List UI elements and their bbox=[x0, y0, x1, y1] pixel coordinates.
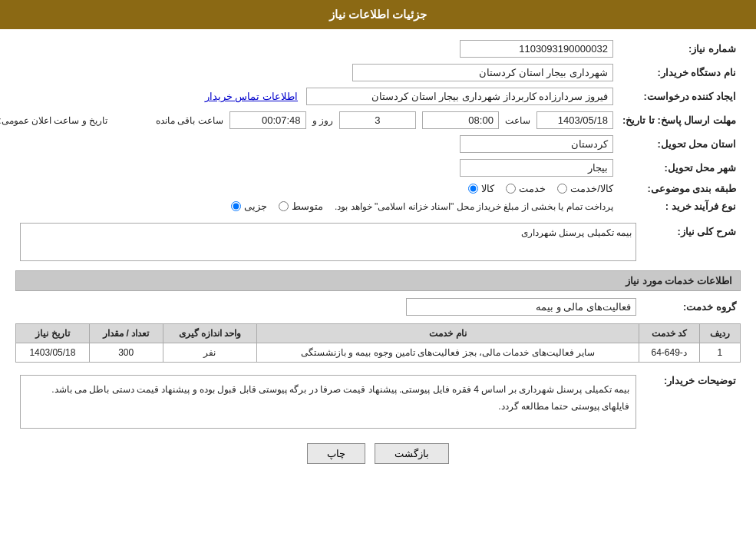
col-service-code: کد خدمت bbox=[639, 324, 699, 343]
deadline-cell: 1403/05/18 ساعت 08:00 3 روز و 00:07:48 س… bbox=[0, 108, 618, 132]
deadline-remaining-label: ساعت باقی مانده bbox=[156, 115, 223, 126]
general-desc-label: شرح کلی نیاز: bbox=[641, 220, 741, 264]
col-need-date: تاریخ نیاز bbox=[16, 324, 90, 343]
buyer-notes-label: توضیحات خریدار: bbox=[641, 369, 741, 432]
general-desc-table: شرح کلی نیاز: بیمه تکمیلی پرسنل شهرداری bbox=[15, 220, 741, 264]
service-group-label: گروه خدمت: bbox=[641, 295, 741, 319]
buyer-org-cell: شهرداری بیجار استان کردستان bbox=[0, 61, 618, 84]
delivery-province-label: استان محل تحویل: bbox=[618, 132, 741, 156]
table-row: 1 د-649-64 سایر فعالیت‌های خدمات مالی، ب… bbox=[16, 343, 741, 363]
contact-link[interactable]: اطلاعات تماس خریدار bbox=[205, 91, 298, 102]
category-option1-label: کالا bbox=[481, 183, 494, 194]
cell-need-date: 1403/05/18 bbox=[16, 343, 90, 363]
service-group-table: گروه خدمت: فعالیت‌های مالی و بیمه bbox=[15, 295, 741, 319]
delivery-city-value: بیجار bbox=[460, 159, 613, 177]
general-desc-cell: بیمه تکمیلی پرسنل شهرداری bbox=[15, 220, 641, 264]
deadline-date-value: 1403/05/18 bbox=[536, 111, 613, 129]
buyer-org-label: نام دستگاه خریدار: bbox=[618, 61, 741, 84]
requester-label: ایجاد کننده درخواست: bbox=[618, 84, 741, 108]
purchase-note: پرداخت تمام یا بخشی از مبلغ خریداز محل "… bbox=[335, 201, 613, 212]
col-row-num: ردیف bbox=[699, 324, 740, 343]
delivery-city-label: شهر محل تحویل: bbox=[618, 156, 741, 180]
cell-service-code: د-649-64 bbox=[639, 343, 699, 363]
purchase-option2-item[interactable]: متوسط bbox=[279, 200, 323, 212]
cell-row-num: 1 bbox=[699, 343, 740, 363]
need-number-cell: 1103093190000032 bbox=[0, 37, 618, 61]
category-option2-radio[interactable] bbox=[506, 184, 516, 194]
service-group-value: فعالیت‌های مالی و بیمه bbox=[406, 298, 636, 316]
purchase-type-label: نوع فرآیند خرید : bbox=[618, 197, 741, 215]
info-table: شماره نیاز: 1103093190000032 نام دستگاه … bbox=[0, 37, 741, 215]
service-group-cell: فعالیت‌های مالی و بیمه bbox=[15, 295, 641, 319]
purchase-option2-radio[interactable] bbox=[279, 201, 289, 211]
purchase-option1-label: جزیی bbox=[244, 200, 267, 212]
deadline-days-label: روز و bbox=[312, 115, 333, 126]
purchase-option2-label: متوسط bbox=[292, 200, 323, 212]
print-button[interactable]: چاپ bbox=[307, 443, 365, 464]
back-button[interactable]: بازگشت bbox=[375, 443, 449, 464]
deadline-remaining-value: 00:07:48 bbox=[229, 111, 306, 129]
category-label: طبقه بندی موضوعی: bbox=[618, 180, 741, 197]
cell-quantity: 300 bbox=[89, 343, 163, 363]
deadline-days-value: 3 bbox=[339, 111, 416, 129]
category-option3-item[interactable]: کالا/خدمت bbox=[557, 183, 613, 194]
col-service-name: نام خدمت bbox=[257, 324, 639, 343]
need-number-label: شماره نیاز: bbox=[618, 37, 741, 61]
category-option1-radio[interactable] bbox=[468, 184, 478, 194]
deadline-time-label: ساعت bbox=[505, 115, 530, 126]
cell-service-name: سایر فعالیت‌های خدمات مالی، بجز فعالیت‌ه… bbox=[257, 343, 639, 363]
col-quantity: تعداد / مقدار bbox=[89, 324, 163, 343]
category-option3-radio[interactable] bbox=[557, 184, 567, 194]
requester-value: فیروز سردارزاده کاربرداز شهرداری بیجار ا… bbox=[306, 88, 613, 105]
purchase-option1-radio[interactable] bbox=[231, 201, 241, 211]
page-header: جزئیات اطلاعات نیاز bbox=[0, 0, 756, 29]
purchase-type-cell: پرداخت تمام یا بخشی از مبلغ خریداز محل "… bbox=[0, 197, 618, 215]
deadline-label: مهلت ارسال پاسخ: تا تاریخ: bbox=[618, 108, 741, 132]
buyer-org-value: شهرداری بیجار استان کردستان bbox=[352, 64, 613, 81]
general-desc-value: بیمه تکمیلی پرسنل شهرداری bbox=[20, 223, 636, 261]
cell-unit: نفر bbox=[163, 343, 257, 363]
buyer-notes-cell: بیمه تکمیلی پرسنل شهرداری بر اساس 4 فقره… bbox=[15, 369, 641, 432]
buyer-notes-value: بیمه تکمیلی پرسنل شهرداری بر اساس 4 فقره… bbox=[20, 375, 636, 429]
services-section-header: اطلاعات خدمات مورد نیاز bbox=[15, 270, 741, 291]
category-option2-label: خدمت bbox=[519, 183, 546, 194]
purchase-option1-item[interactable]: جزیی bbox=[231, 200, 267, 212]
page-title: جزئیات اطلاعات نیاز bbox=[329, 8, 427, 21]
category-option1-item[interactable]: کالا bbox=[468, 183, 494, 194]
need-number-value: 1103093190000032 bbox=[460, 40, 613, 58]
delivery-province-cell: کردستان bbox=[0, 132, 618, 156]
category-option3-label: کالا/خدمت bbox=[570, 183, 613, 194]
services-table: ردیف کد خدمت نام خدمت واحد اندازه گیری ت… bbox=[15, 323, 741, 363]
category-option2-item[interactable]: خدمت bbox=[506, 183, 546, 194]
delivery-city-cell: بیجار bbox=[0, 156, 618, 180]
buyer-notes-table: توضیحات خریدار: بیمه تکمیلی پرسنل شهردار… bbox=[15, 369, 741, 432]
announce-date-label: تاریخ و ساعت اعلان عمومی: bbox=[0, 115, 107, 126]
col-unit: واحد اندازه گیری bbox=[163, 324, 257, 343]
buttons-row: بازگشت چاپ bbox=[15, 443, 741, 464]
deadline-time-value: 08:00 bbox=[422, 111, 499, 129]
category-cell: کالا/خدمت خدمت کالا bbox=[0, 180, 618, 197]
requester-cell: فیروز سردارزاده کاربرداز شهرداری بیجار ا… bbox=[0, 84, 618, 108]
delivery-province-value: کردستان bbox=[460, 135, 613, 153]
